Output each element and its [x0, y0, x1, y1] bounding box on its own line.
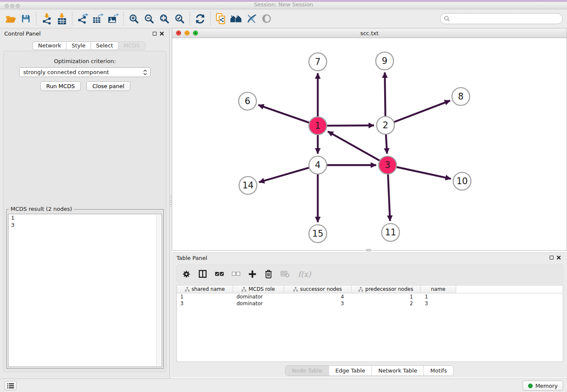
node-9[interactable]: 9 [376, 52, 394, 70]
attribute-icon [242, 287, 246, 292]
tab-edge-table[interactable]: Edge Table [328, 366, 371, 375]
run-mcds-button[interactable]: Run MCDS [40, 81, 81, 91]
mcds-result-line: 1 [8, 214, 162, 221]
node-table: shared name MCDS role successor nodes pr… [176, 285, 563, 362]
memory-status-icon [528, 384, 533, 388]
column-header-predecessor-nodes[interactable]: predecessor nodes [352, 285, 421, 293]
edge-2-8[interactable] [393, 101, 450, 123]
svg-text:7: 7 [315, 57, 320, 67]
edge-3-11[interactable] [388, 173, 390, 221]
function-builder-icon: f(x) [298, 270, 311, 279]
control-panel-tabs: Network Style Select MCDS [33, 41, 146, 50]
zoom-fit-icon[interactable] [158, 12, 171, 25]
export-image-icon[interactable] [107, 12, 119, 25]
svg-text:2: 2 [383, 120, 388, 130]
edge-4-14[interactable] [259, 167, 310, 182]
app-title: Session: New Session [0, 1, 567, 8]
attribute-icon [358, 287, 363, 292]
edge-3-1[interactable] [328, 131, 381, 161]
column-header-shared-name[interactable]: shared name [177, 285, 233, 293]
node-6[interactable]: 6 [239, 92, 256, 110]
toggle-annotations-icon[interactable] [245, 12, 258, 25]
mcds-result-textarea[interactable]: 1 3 [8, 214, 162, 367]
edge-3-10[interactable] [396, 167, 451, 179]
import-table-icon[interactable] [55, 12, 68, 25]
control-panel-title: Control Panel [4, 30, 41, 37]
float-panel-icon[interactable] [153, 32, 157, 36]
node-14[interactable]: 14 [239, 177, 257, 194]
deselect-all-icon[interactable] [232, 272, 240, 276]
search-input[interactable] [451, 16, 559, 22]
node-4[interactable]: 4 [309, 156, 327, 174]
frame-resize-grip[interactable] [366, 249, 371, 251]
select-all-icon[interactable] [215, 272, 224, 276]
tab-select[interactable]: Select [91, 41, 118, 50]
edge-2-9[interactable] [385, 72, 385, 117]
tab-network[interactable]: Network [33, 41, 66, 50]
column-header-successor-nodes[interactable]: successor nodes [284, 285, 352, 293]
panel-divider-grip[interactable] [170, 196, 171, 207]
node-11[interactable]: 11 [382, 224, 399, 241]
control-panel: Control Panel Network Style Select MCDS … [0, 28, 170, 378]
import-network-icon[interactable] [40, 12, 53, 25]
mcds-panel: Optimization criterion: strongly connect… [3, 51, 166, 372]
svg-text:8: 8 [458, 91, 463, 102]
close-panel-icon[interactable] [160, 31, 164, 36]
float-table-panel-icon[interactable] [550, 256, 553, 259]
edge-2-3[interactable] [386, 133, 387, 154]
column-header-mcds-role[interactable]: MCDS role [233, 285, 284, 293]
tab-motifs[interactable]: Motifs [424, 366, 453, 375]
edge-1-2[interactable] [326, 125, 374, 126]
svg-text:15: 15 [312, 229, 324, 239]
table-row[interactable]: 1 dominator 4 1 1 [177, 293, 563, 300]
svg-text:14: 14 [242, 180, 254, 190]
network-frame: ✕ − + scc.txt 7968124314101511 [172, 28, 567, 251]
apply-layout-icon[interactable] [194, 12, 206, 25]
memory-button[interactable]: Memory [523, 381, 563, 391]
table-panel-title: Table Panel [176, 255, 207, 261]
column-visibility-icon[interactable] [198, 270, 207, 278]
delete-table-icon [281, 271, 290, 278]
close-table-panel-icon[interactable] [556, 255, 561, 260]
delete-column-icon[interactable] [264, 270, 272, 279]
zoom-in-icon[interactable] [127, 12, 140, 25]
tab-network-table[interactable]: Network Table [372, 366, 424, 375]
network-from-selection-icon[interactable] [215, 12, 227, 25]
open-session-icon[interactable] [4, 12, 17, 25]
node-7[interactable]: 7 [309, 53, 327, 71]
export-network-icon[interactable] [76, 12, 89, 25]
node-3[interactable]: 3 [379, 156, 396, 174]
mcds-result-title: MCDS result (2 nodes) [9, 206, 74, 212]
save-session-icon[interactable] [19, 12, 32, 25]
column-header-name[interactable]: name [421, 285, 456, 293]
edge-1-6[interactable] [259, 105, 311, 123]
table-tabs: Node Table Edge Table Network Table Moti… [285, 365, 454, 376]
svg-text:3: 3 [385, 160, 390, 170]
node-10[interactable]: 10 [453, 172, 471, 190]
network-frame-titlebar: ✕ − + scc.txt [172, 28, 567, 38]
app-titlebar: Session: New Session [0, 0, 567, 9]
optimization-criterion-select[interactable]: strongly connected component [19, 67, 151, 77]
node-15[interactable]: 15 [309, 225, 327, 243]
list-icon [7, 383, 14, 389]
table-header-row: shared name MCDS role successor nodes pr… [177, 285, 563, 293]
zoom-out-icon[interactable] [143, 12, 155, 25]
export-table-icon[interactable] [91, 12, 104, 25]
graphics-details-icon[interactable] [260, 12, 273, 25]
create-column-icon[interactable] [248, 270, 256, 278]
node-8[interactable]: 8 [452, 88, 470, 105]
tab-style[interactable]: Style [66, 41, 91, 50]
node-2[interactable]: 2 [377, 116, 394, 134]
table-row[interactable]: 3 dominator 3 2 3 [177, 300, 563, 307]
close-panel-button[interactable]: Close panel [86, 81, 130, 91]
node-1[interactable]: 1 [309, 117, 327, 135]
network-canvas[interactable]: 7968124314101511 [172, 38, 567, 250]
show-log-button[interactable] [4, 381, 17, 390]
tab-node-table[interactable]: Node Table [286, 366, 329, 375]
attribute-icon [293, 287, 298, 292]
table-settings-icon[interactable] [182, 270, 190, 278]
result-scrollbar[interactable] [156, 215, 161, 366]
tab-mcds[interactable]: MCDS [118, 41, 146, 50]
zoom-selected-icon[interactable] [173, 12, 186, 25]
nested-network-icon[interactable] [230, 12, 242, 25]
